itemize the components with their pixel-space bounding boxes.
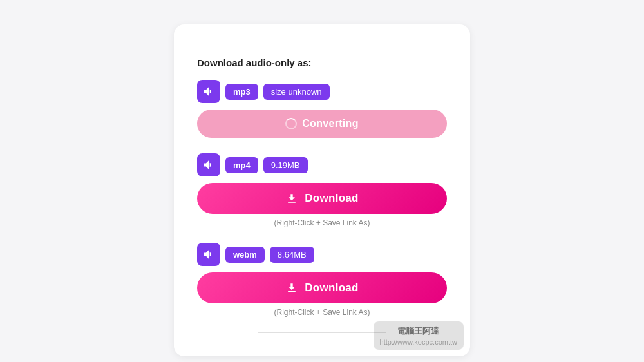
audio-icon-webm — [197, 243, 220, 266]
watermark-url: http://www.kocpc.com.tw — [380, 338, 457, 346]
download-label-mp4: Download — [305, 192, 359, 205]
speaker-icon-mp4 — [202, 158, 215, 171]
download-icon-mp4 — [285, 192, 298, 205]
download-button-webm[interactable]: Download — [197, 272, 447, 303]
watermark-title: 電腦王阿達 — [397, 325, 439, 337]
format-row-mp3: mp3 size unknown — [197, 80, 447, 103]
content-panel: Download audio-only as: mp3 size unknown… — [174, 24, 470, 356]
bottom-divider — [258, 332, 386, 333]
main-container: Download audio-only as: mp3 size unknown… — [0, 0, 644, 362]
hint-mp4: (Right-Click + Save Link As) — [197, 218, 447, 227]
speaker-icon — [202, 85, 215, 98]
format-row-webm: webm 8.64MB — [197, 243, 447, 266]
download-icon-webm — [285, 281, 298, 294]
top-divider — [258, 43, 386, 43]
audio-section-mp3: mp3 size unknown Converting — [197, 80, 447, 138]
audio-icon-mp3 — [197, 80, 220, 103]
format-tag-webm: webm — [225, 247, 265, 263]
section-title: Download audio-only as: — [197, 57, 447, 68]
format-row-mp4: mp4 9.19MB — [197, 153, 447, 176]
speaker-icon-webm — [202, 248, 215, 261]
format-tag-mp4: mp4 — [225, 157, 258, 173]
format-tag-mp3: mp3 — [225, 84, 258, 100]
hint-webm: (Right-Click + Save Link As) — [197, 308, 447, 317]
size-tag-webm: 8.64MB — [270, 247, 314, 263]
audio-section-webm: webm 8.64MB Download (Right-Click + Save… — [197, 243, 447, 317]
audio-icon-mp4 — [197, 153, 220, 176]
watermark-box: 電腦王阿達 http://www.kocpc.com.tw — [374, 321, 464, 350]
watermark: 電腦王阿達 http://www.kocpc.com.tw — [374, 321, 464, 350]
audio-section-mp4: mp4 9.19MB Download (Right-Click + Save … — [197, 153, 447, 227]
spinner-icon — [285, 118, 297, 129]
size-tag-mp3: size unknown — [263, 84, 330, 100]
converting-button-mp3: Converting — [197, 110, 447, 138]
download-label-webm: Download — [305, 281, 359, 294]
download-button-mp4[interactable]: Download — [197, 183, 447, 214]
size-tag-mp4: 9.19MB — [263, 157, 308, 173]
converting-label: Converting — [302, 118, 358, 129]
